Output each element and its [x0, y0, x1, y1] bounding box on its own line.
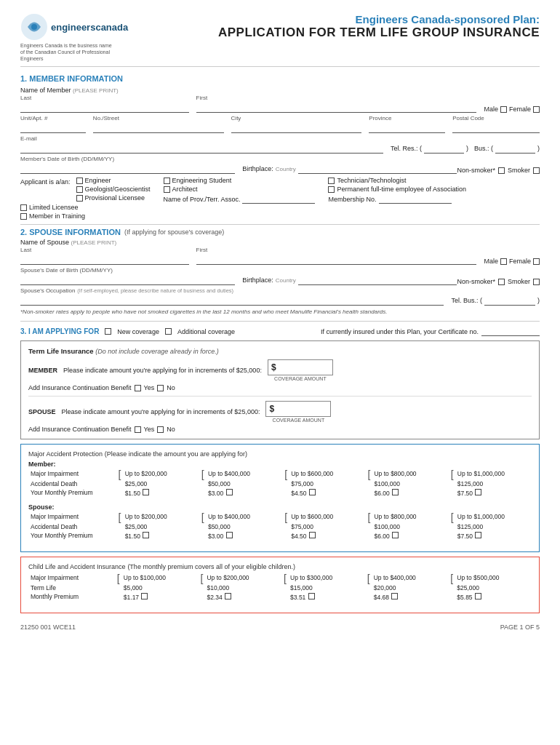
tech-checkbox[interactable]	[328, 178, 335, 184]
nonsmoker-checkbox[interactable]	[498, 167, 505, 174]
city-field[interactable]	[231, 122, 362, 133]
spouse-icb-yes-checkbox[interactable]	[135, 426, 141, 433]
member-icb-yes-checkbox[interactable]	[135, 385, 141, 391]
postal-group: Postal Code	[452, 115, 540, 133]
map-spouse-tier4-cb[interactable]	[392, 532, 399, 538]
membership-no-field[interactable]	[379, 194, 452, 204]
map-spouse-tier5-cb[interactable]	[475, 532, 481, 538]
section2-title-row: 2. SPOUSE INFORMATION (If applying for s…	[20, 228, 540, 236]
spouse-last-group: Last	[20, 247, 189, 265]
member-coverage-input-wrap: $ COVERAGE AMOUNT	[268, 359, 333, 381]
tel-bus-field[interactable]	[495, 143, 535, 154]
child-tier5-cb[interactable]	[475, 593, 481, 599]
engineer-option: Engineer	[76, 177, 151, 184]
first-name-field[interactable]	[196, 102, 477, 113]
map-premium-label: Your Monthly Premium	[28, 488, 116, 498]
page-footer: 21250 001 WCE11 PAGE 1 OF 5	[20, 624, 540, 631]
spouse-dob-label: Spouse's Date of Birth (DD/MM/YY)	[20, 267, 235, 274]
smoker-checkbox[interactable]	[533, 167, 540, 174]
logo-img: engineerscanada	[20, 13, 128, 41]
spouse-dob-field[interactable]	[20, 274, 235, 285]
spouse-coverage-input[interactable]: $	[265, 401, 331, 417]
member-icb-no-checkbox[interactable]	[157, 385, 164, 391]
last-name-field[interactable]	[20, 102, 189, 113]
dob-field[interactable]	[20, 163, 235, 174]
address-row: Unit/Apt. # No./Street City Province Pos…	[20, 115, 540, 133]
spouse-male-checkbox[interactable]	[500, 258, 507, 265]
spouse-tel-bus-group: Tel. Bus.: ( )	[451, 295, 540, 306]
child-tier2-cb[interactable]	[225, 593, 231, 599]
map-spouse-tier3-cb[interactable]	[309, 532, 316, 538]
child-premium-row: Monthly Premium $1.17 $2.34 $3.51	[28, 592, 532, 602]
map-member-tier2-cb[interactable]	[226, 489, 233, 495]
spouse-smoker-checkbox[interactable]	[533, 279, 540, 285]
province-field[interactable]	[369, 122, 445, 133]
birthplace-sub: Country	[276, 166, 296, 172]
geologist-checkbox[interactable]	[76, 186, 83, 193]
cert-no-field[interactable]	[481, 327, 540, 336]
map-spouse-tier1-cb[interactable]	[143, 532, 149, 538]
child-tier1-cb[interactable]	[141, 593, 148, 599]
tel-res-field[interactable]	[424, 143, 464, 154]
spouse-first-field[interactable]	[196, 254, 477, 265]
map-member-tier1-cb[interactable]	[143, 489, 149, 495]
map-member-table: Major Impairment [ Up to $200,000 [ Up t…	[28, 469, 532, 498]
map-member-tier5-cb[interactable]	[475, 489, 481, 495]
child-tier4-cb[interactable]	[391, 593, 398, 599]
postal-field[interactable]	[452, 122, 540, 133]
male-checkbox[interactable]	[500, 106, 507, 113]
map-member-label: Member:	[28, 461, 532, 468]
spouse-birthplace-field[interactable]	[298, 274, 457, 285]
map-tier4-imp: Up to $800,000	[372, 469, 448, 479]
spouse-nonsmoker-checkbox[interactable]	[498, 279, 505, 285]
map-member-tier3-cb[interactable]	[309, 489, 316, 495]
map-tier3-acc: $75,000	[289, 479, 365, 488]
geologist-label: Geologist/Geoscientist	[85, 186, 151, 193]
form-number: 21250 001 WCE11	[20, 624, 76, 631]
membership-no-inline: Membership No.	[328, 194, 466, 204]
member-desc: Please indicate amount you're applying f…	[63, 367, 262, 374]
map-member-tier4-cb[interactable]	[392, 489, 399, 495]
provisional-option: Provisional Licensee	[76, 194, 151, 202]
spouse-last-field[interactable]	[20, 254, 189, 265]
additional-coverage-checkbox[interactable]	[165, 328, 172, 335]
map-tier2-acc: $50,000	[206, 479, 282, 488]
new-coverage-checkbox[interactable]	[105, 328, 111, 335]
birthplace-field[interactable]	[298, 163, 457, 174]
perm-employee-checkbox[interactable]	[328, 186, 335, 193]
engineer-checkbox[interactable]	[76, 178, 83, 184]
female-label: Female	[509, 105, 531, 113]
no-street-field[interactable]	[93, 122, 224, 133]
prov-assoc-field[interactable]	[242, 194, 315, 204]
coverage-amount-label1: COVERAGE AMOUNT	[274, 376, 327, 381]
page-number: PAGE 1 OF 5	[500, 624, 540, 631]
unit-field[interactable]	[20, 122, 86, 133]
spouse-male-label: Male	[484, 258, 498, 265]
child-impairment-row: Major Impairment [ Up to $100,000 [ Up t…	[28, 573, 532, 583]
nonsmoker-note: *Non-smoker rates apply to people who ha…	[20, 308, 540, 315]
tech-option: Technician/Technologist	[328, 177, 466, 184]
member-training-checkbox[interactable]	[20, 213, 27, 220]
map-spouse-tier2-cb[interactable]	[226, 532, 233, 538]
eng-student-checkbox[interactable]	[164, 178, 170, 184]
spouse-tel-bus-field[interactable]	[484, 295, 535, 306]
child-tier3-cb[interactable]	[308, 593, 315, 599]
limited-label: Limited Licensee	[29, 204, 79, 211]
spouse-icb-no-checkbox[interactable]	[157, 426, 164, 433]
email-label: E-mail	[20, 135, 383, 142]
member-coverage-input[interactable]: $	[268, 359, 333, 375]
province-group: Province	[369, 115, 445, 133]
email-field[interactable]	[20, 143, 383, 154]
tel-res-group: Tel. Res.: ( )	[391, 143, 468, 154]
spouse-female-checkbox[interactable]	[533, 258, 540, 265]
female-checkbox[interactable]	[533, 106, 540, 113]
provisional-checkbox[interactable]	[76, 195, 83, 202]
spouse-first-label: First	[196, 247, 477, 253]
page-header: engineerscanada Engineers Canada is the …	[20, 13, 540, 62]
limited-checkbox[interactable]	[20, 204, 27, 211]
map-member-impairment-row: Major Impairment [ Up to $200,000 [ Up t…	[28, 469, 532, 479]
spouse-occupation-field[interactable]	[20, 295, 444, 306]
prov-assoc-label: Name of Prov./Terr. Assoc.	[164, 196, 241, 203]
limited-option: Limited Licensee	[20, 204, 85, 211]
architect-checkbox[interactable]	[164, 186, 170, 193]
